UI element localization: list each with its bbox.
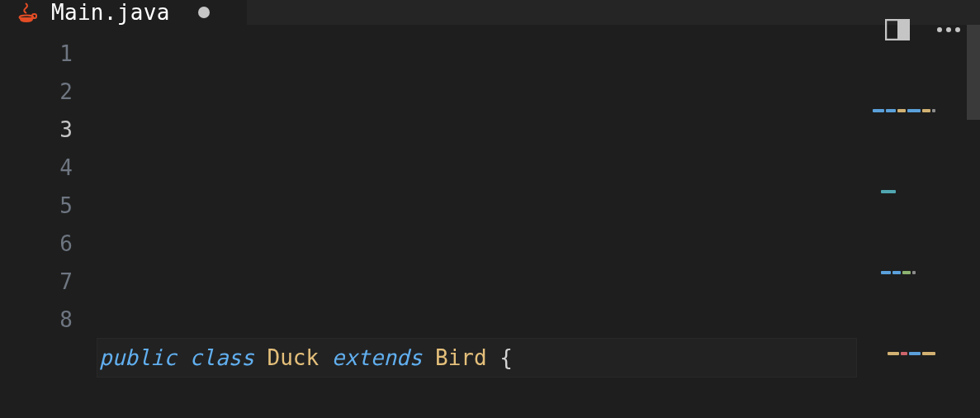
line-number: 5 — [0, 187, 73, 225]
keyword: class — [190, 345, 254, 370]
line-number: 2 — [0, 73, 73, 111]
code-editor: Main.java 1 2 3 4 — [0, 0, 980, 418]
brace: { — [499, 345, 513, 370]
line-number: 7 — [0, 263, 73, 301]
code-line[interactable] — [99, 225, 980, 263]
line-number-gutter: 1 2 3 4 5 6 7 8 — [0, 25, 99, 418]
scrollbar-track[interactable] — [967, 25, 980, 418]
scrollbar-thumb[interactable] — [967, 25, 980, 120]
line-number: 8 — [0, 301, 73, 339]
svg-rect-1 — [32, 14, 36, 18]
file-tab[interactable]: Main.java — [0, 0, 248, 25]
class-name: Duck — [267, 345, 320, 370]
code-area[interactable]: public class Duck extends Bird { @Overri… — [99, 25, 980, 418]
keyword: extends — [332, 345, 423, 370]
minimap[interactable] — [873, 33, 963, 68]
line-number: 3 — [0, 111, 73, 149]
line-number: 6 — [0, 225, 73, 263]
line-number: 4 — [0, 149, 73, 187]
java-file-icon — [15, 1, 38, 24]
keyword: public — [99, 345, 177, 370]
class-name: Bird — [435, 345, 487, 370]
editor-body[interactable]: 1 2 3 4 5 6 7 8 public class Duck extend… — [0, 25, 980, 418]
tab-bar: Main.java — [0, 0, 980, 25]
code-line[interactable] — [99, 111, 980, 149]
code-line[interactable]: public class Duck extends Bird { — [97, 339, 856, 377]
tab-filename: Main.java — [51, 0, 170, 25]
line-number: 1 — [0, 35, 73, 73]
unsaved-indicator-icon — [198, 7, 210, 18]
